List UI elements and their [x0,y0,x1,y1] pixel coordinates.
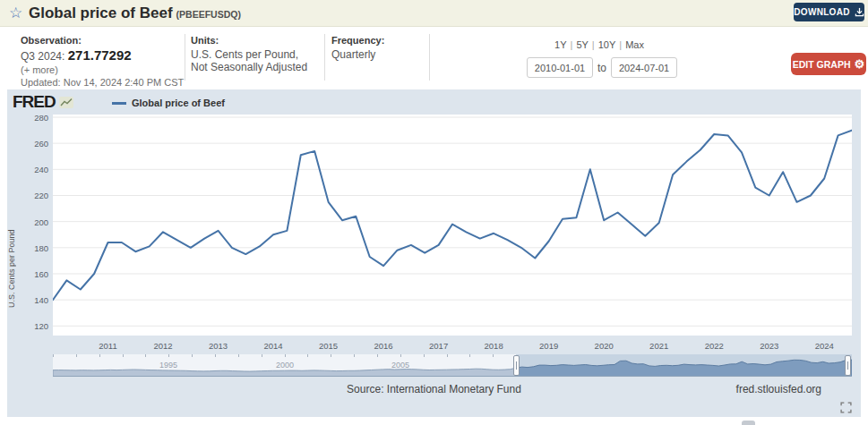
chart-legend: Global price of Beef [112,98,225,108]
slider-year-label: 1995 [155,361,182,370]
range-slider[interactable]: 199520002005 [53,354,852,377]
legend-series-label: Global price of Beef [132,98,225,108]
edit-graph-label: EDIT GRAPH [793,59,851,70]
series-title: Global price of Beef [29,4,173,21]
range-preset-1y[interactable]: 1Y [554,39,566,50]
y-axis-tick-label: 160 [18,269,48,279]
units-value: U.S. Cents per Pound,Not Seasonally Adju… [191,48,307,73]
series-ticker: (PBEEFUSDQ) [176,9,241,20]
end-date-input[interactable] [611,57,677,78]
y-axis-tick-label: 200 [18,217,48,227]
bottom-edge-artifact [742,421,755,425]
y-axis-tick-label: 180 [18,243,48,253]
updated-timestamp: Updated: Nov 14, 2024 2:40 PM CST [21,77,184,88]
x-axis-tick-label: 2011 [90,341,126,351]
title-bar: ☆ Global price of Beef(PBEEFUSDQ) DOWNLO… [0,0,868,27]
divider [324,34,325,81]
range-preset-5y[interactable]: 5Y [576,39,588,50]
frequency-label: Frequency: [331,35,384,46]
x-axis-tick-label: 2021 [641,341,677,351]
slider-selected-region[interactable] [516,354,852,377]
gear-icon: ⚙ [855,58,865,70]
price-line-chart[interactable] [53,115,852,336]
observation-period: Q3 2024: [21,50,64,63]
chart-panel: FRED Global price of Beef U.S. Cents per… [7,89,861,417]
date-range: to [527,57,679,78]
favorite-star-icon[interactable]: ☆ [9,4,22,22]
observation-column: Observation: Q3 2024: 271.77292 (+ more)… [21,35,184,88]
slider-baseline [53,376,852,377]
edit-graph-button[interactable]: EDIT GRAPH ⚙ [791,53,866,75]
frequency-column: Frequency: Quarterly [331,35,384,61]
range-presets: 1Y|5Y|10Y|Max [527,39,672,50]
more-observations-link[interactable]: (+ more) [21,64,184,75]
slider-right-handle[interactable] [845,355,851,376]
start-date-input[interactable] [527,57,593,78]
slider-year-label: 2005 [387,361,414,370]
plot-area[interactable] [53,115,852,336]
y-axis-tick-label: 260 [18,139,48,149]
x-axis-tick-label: 2018 [476,341,511,351]
x-axis-tick-label: 2017 [421,341,457,351]
units-column: Units: U.S. Cents per Pound,Not Seasonal… [191,35,307,73]
y-axis-tick-label: 220 [18,191,48,200]
range-preset-10y[interactable]: 10Y [598,39,616,50]
preset-separator: | [619,39,622,50]
divider [185,34,185,81]
x-axis-tick-label: 2024 [806,341,842,351]
source-text: Source: International Monetary Fund [7,383,861,395]
fred-logo-text: FRED [13,92,56,112]
download-button[interactable]: DOWNLOAD [794,3,864,21]
divider [429,34,430,81]
fullscreen-icon[interactable] [840,402,852,413]
download-icon [855,7,864,17]
y-axis-tick-label: 120 [18,321,48,331]
fred-logo-chart-icon [59,97,73,108]
x-axis-tick-label: 2015 [311,341,347,351]
preset-separator: | [592,39,595,50]
frequency-value: Quarterly [331,48,384,61]
preset-separator: | [571,39,573,50]
to-label: to [597,62,606,74]
y-axis-tick-label: 140 [18,295,48,305]
meta-bar: Observation: Q3 2024: 271.77292 (+ more)… [0,28,868,87]
x-axis-tick-label: 2023 [752,341,787,351]
x-axis-tick-label: 2016 [365,341,401,351]
range-preset-max[interactable]: Max [625,39,644,50]
x-axis-tick-label: 2012 [145,341,181,351]
fred-page: ☆ Global price of Beef(PBEEFUSDQ) DOWNLO… [0,0,868,425]
chart-footer: Source: International Monetary Fund fred… [7,383,861,397]
x-axis-tick-label: 2022 [696,341,732,351]
site-text: fred.stlouisfed.org [736,383,821,395]
fred-logo[interactable]: FRED [13,92,73,112]
page-title: Global price of Beef(PBEEFUSDQ) [29,4,241,22]
x-axis-tick-label: 2019 [531,341,567,351]
units-label: Units: [191,35,307,46]
observation-value: 271.77292 [68,47,132,63]
slider-year-label: 2000 [271,361,298,370]
y-axis-tick-label: 280 [18,113,48,123]
x-axis-tick-label: 2013 [201,341,236,351]
observation-label: Observation: [21,35,184,46]
legend-line-swatch [112,102,126,105]
x-axis-tick-label: 2014 [255,341,291,351]
y-axis-tick-label: 240 [18,165,48,174]
slider-left-handle[interactable] [513,355,520,376]
x-axis-tick-label: 2020 [586,341,622,351]
download-label: DOWNLOAD [794,7,849,17]
